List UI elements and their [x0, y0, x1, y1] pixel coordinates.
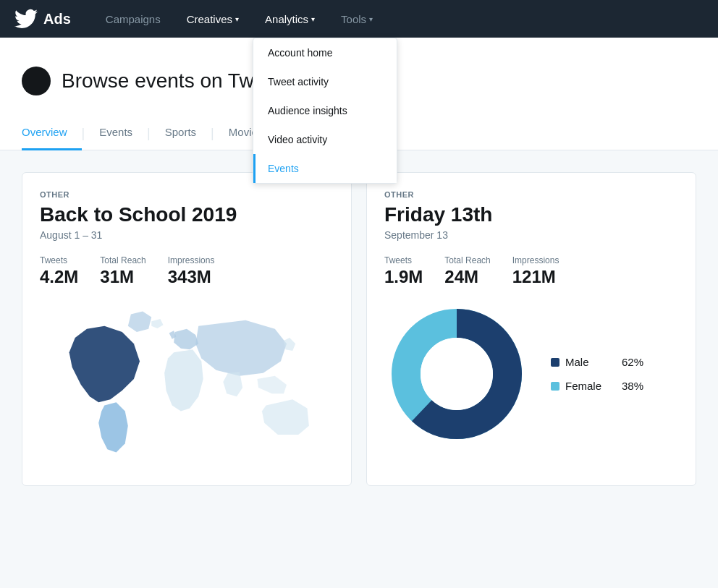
back-to-school-card: OTHER Back to School 2019 August 1 – 31 …: [22, 172, 352, 486]
male-label: Male: [565, 356, 601, 368]
male-pct: 62%: [622, 356, 643, 368]
donut-hole: [421, 338, 493, 410]
tools-chevron-icon: ▾: [369, 15, 373, 23]
male-dot: [551, 358, 559, 367]
tab-events[interactable]: Events: [85, 117, 147, 150]
stat-impressions-2-value: 121M: [512, 267, 559, 287]
stat-impressions-2: Impressions 121M: [512, 255, 559, 287]
stat-tweets-2: Tweets 1.9M: [384, 255, 423, 287]
avatar: [22, 67, 51, 95]
main-content: OTHER Back to School 2019 August 1 – 31 …: [0, 150, 718, 508]
stat-impressions-1-value: 343M: [168, 267, 215, 287]
card-1-stats: Tweets 4.2M Total Reach 31M Impressions …: [40, 255, 334, 287]
card-2-stats: Tweets 1.9M Total Reach 24M Impressions …: [384, 255, 678, 287]
nav-analytics[interactable]: Analytics ▾: [252, 0, 328, 38]
stat-reach-1-label: Total Reach: [100, 255, 145, 265]
brand-name: Ads: [43, 11, 71, 27]
stat-impressions-2-label: Impressions: [512, 255, 559, 265]
twitter-logo-icon: [14, 7, 38, 30]
donut-legend: Male 62% Female 38%: [551, 356, 643, 392]
active-indicator: [253, 154, 255, 183]
card-1-date: August 1 – 31: [40, 229, 334, 241]
friday-13th-card: OTHER Friday 13th September 13 Tweets 1.…: [366, 172, 696, 486]
legend-female: Female 38%: [551, 380, 643, 392]
card-2-category: OTHER: [384, 190, 678, 199]
stat-impressions-1: Impressions 343M: [168, 255, 215, 287]
stat-impressions-1-label: Impressions: [168, 255, 215, 265]
stat-tweets-2-label: Tweets: [384, 255, 423, 265]
stat-tweets-1-value: 4.2M: [40, 267, 78, 287]
stat-reach-2: Total Reach 24M: [444, 255, 490, 287]
card-1-category: OTHER: [40, 190, 334, 199]
page-title: Browse events on Twi: [62, 69, 258, 93]
nav-creatives[interactable]: Creatives ▾: [174, 0, 252, 38]
tab-sports[interactable]: Sports: [151, 117, 211, 150]
female-pct: 38%: [622, 380, 643, 392]
nav-campaigns[interactable]: Campaigns: [93, 0, 174, 38]
creatives-chevron-icon: ▾: [235, 15, 239, 23]
card-2-title: Friday 13th: [384, 203, 678, 226]
world-map-svg: [40, 302, 334, 468]
stat-reach-1: Total Reach 31M: [100, 255, 145, 287]
stat-tweets-1: Tweets 4.2M: [40, 255, 78, 287]
stat-reach-1-value: 31M: [100, 267, 145, 287]
stat-tweets-2-value: 1.9M: [384, 267, 423, 287]
card-1-title: Back to School 2019: [40, 203, 334, 226]
female-label: Female: [565, 380, 601, 392]
dropdown-tweet-activity[interactable]: Tweet activity: [253, 67, 397, 96]
card-2-date: September 13: [384, 229, 678, 241]
nav-items: Campaigns Creatives ▾ Analytics ▾ Tools …: [93, 0, 386, 38]
brand[interactable]: Ads: [14, 7, 71, 30]
analytics-chevron-icon: ▾: [311, 15, 315, 23]
donut-chart-svg: [384, 302, 529, 446]
legend-male: Male 62%: [551, 356, 643, 368]
stat-tweets-1-label: Tweets: [40, 255, 78, 265]
female-dot: [551, 382, 559, 391]
navbar: Ads Campaigns Creatives ▾ Analytics ▾ To…: [0, 0, 718, 38]
stat-reach-2-value: 24M: [444, 267, 490, 287]
dropdown-video-activity[interactable]: Video activity: [253, 125, 397, 154]
analytics-dropdown: Account home Tweet activity Audience ins…: [253, 38, 397, 184]
dropdown-audience-insights[interactable]: Audience insights: [253, 96, 397, 125]
dropdown-account-home[interactable]: Account home: [253, 38, 397, 67]
nav-tools[interactable]: Tools ▾: [328, 0, 386, 38]
world-map: [40, 302, 334, 468]
donut-container: Male 62% Female 38%: [384, 302, 678, 446]
tab-overview[interactable]: Overview: [22, 117, 82, 150]
stat-reach-2-label: Total Reach: [444, 255, 490, 265]
dropdown-events[interactable]: Events: [253, 154, 397, 183]
